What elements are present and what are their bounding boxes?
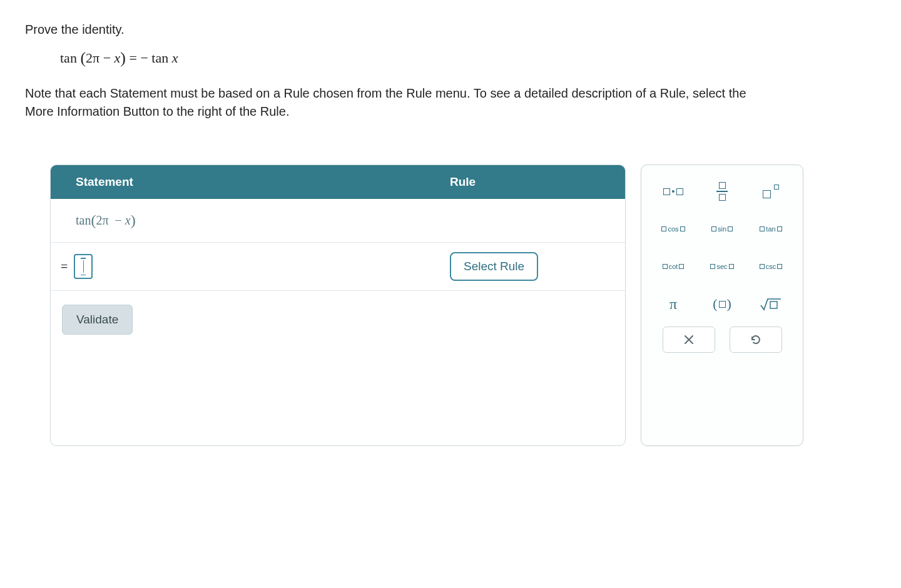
validate-button[interactable]: Validate [62, 305, 133, 335]
cot-button[interactable]: cot [653, 253, 693, 280]
identity-expression: tan (2π − x) = − tan x [60, 48, 876, 67]
equals-sign: = [61, 260, 68, 274]
instruction-note: Note that each Statement must be based o… [25, 84, 757, 121]
proof-panel: Statement Rule tan (2π − x) = Select Rul… [50, 165, 626, 446]
cos-button[interactable]: cos [653, 215, 693, 243]
exponent-template-button[interactable] [751, 178, 791, 205]
pi-button[interactable]: π [653, 290, 693, 318]
symbol-palette: • cos sin [641, 165, 803, 446]
proof-header: Statement Rule [51, 165, 625, 199]
prompt-title: Prove the identity. [25, 23, 876, 37]
csc-button[interactable]: csc [751, 253, 791, 280]
clear-button[interactable] [663, 327, 715, 353]
sin-button[interactable]: sin [702, 215, 742, 243]
undo-button[interactable] [730, 327, 782, 353]
sqrt-button[interactable] [751, 290, 791, 318]
expression-input[interactable] [74, 254, 93, 279]
select-rule-button[interactable]: Select Rule [450, 252, 538, 281]
svg-rect-0 [770, 302, 777, 308]
parentheses-button[interactable]: ( ) [702, 290, 742, 318]
tan-button[interactable]: tan [751, 215, 791, 243]
sec-button[interactable]: sec [702, 253, 742, 280]
header-rule: Rule [439, 165, 625, 199]
header-statement: Statement [51, 165, 439, 199]
fraction-template-button[interactable] [702, 178, 742, 205]
initial-expression: tan (2π − x) [51, 199, 439, 242]
proof-row-initial: tan (2π − x) [51, 199, 625, 243]
multiply-template-button[interactable]: • [653, 178, 693, 205]
proof-row-input: = Select Rule [51, 243, 625, 291]
